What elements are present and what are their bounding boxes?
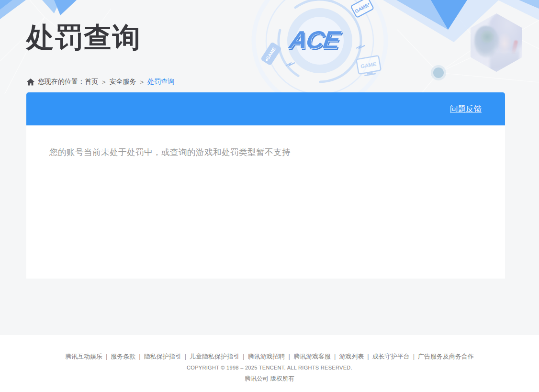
- character-hexagon-art: [471, 13, 522, 72]
- footer-link-separator: |: [289, 353, 290, 360]
- footer-links: 腾讯互动娱乐|服务条款|隐私保护指引|儿童隐私保护指引|腾讯游戏招聘|腾讯游戏客…: [0, 335, 539, 361]
- breadcrumb-item-punishment-query[interactable]: 处罚查询: [147, 78, 174, 86]
- svg-text:GAME: GAME: [265, 46, 277, 61]
- game-monitor-icon: GAME: [356, 56, 382, 77]
- character-mask-core-shape: [481, 31, 494, 43]
- footer-link-separator: |: [139, 353, 140, 360]
- footer-link-separator: |: [185, 353, 186, 360]
- footer-link-separator: |: [106, 353, 107, 360]
- footer-link-separator: |: [243, 353, 244, 360]
- character-face-shape: [497, 33, 512, 55]
- breadcrumb-item-security-service[interactable]: 安全服务: [110, 78, 136, 86]
- breadcrumb-prefix: 您现在的位置：: [38, 78, 85, 86]
- query-result-card: 问题反馈 您的账号当前未处于处罚中，或查询的游戏和处罚类型暂不支持: [26, 92, 505, 279]
- dot-decoration: [431, 65, 446, 80]
- footer-link-separator: |: [413, 353, 415, 360]
- svg-text:GAME: GAME: [354, 2, 370, 14]
- home-icon: [27, 78, 34, 86]
- footer-link-separator: |: [367, 353, 369, 360]
- footer-link[interactable]: 服务条款: [111, 353, 135, 360]
- footer-link[interactable]: 游戏列表: [339, 353, 364, 360]
- footer: 腾讯互动娱乐|服务条款|隐私保护指引|儿童隐私保护指引|腾讯游戏招聘|腾讯游戏客…: [0, 335, 539, 392]
- game-phone-outline-icon: GAME: [351, 0, 374, 18]
- footer-link[interactable]: 腾讯游戏招聘: [248, 353, 285, 360]
- game-phone-filled-icon: GAME: [260, 42, 282, 66]
- ace-logo-shadow-text: ACE: [288, 27, 344, 55]
- footer-link[interactable]: 成长守护平台: [372, 353, 410, 360]
- footer-company: 腾讯公司 版权所有: [0, 375, 539, 383]
- breadcrumb-separator: >: [140, 78, 144, 86]
- footer-link[interactable]: 隐私保护指引: [144, 353, 181, 360]
- punishment-query-page: { "page": { "title": "处罚查询" }, "hero": {…: [0, 0, 539, 392]
- footer-link[interactable]: 广告服务及商务合作: [418, 353, 474, 360]
- empty-result-message: 您的账号当前未处于处罚中，或查询的游戏和处罚类型暂不支持: [49, 146, 482, 158]
- triangle-decoration-left: [0, 0, 77, 19]
- svg-text:GAME: GAME: [360, 61, 377, 69]
- feedback-link[interactable]: 问题反馈: [450, 104, 482, 114]
- footer-link-separator: |: [334, 353, 336, 360]
- ace-logo-text: ACE: [286, 26, 343, 54]
- breadcrumb-separator: >: [102, 78, 106, 86]
- breadcrumb: 您现在的位置： 首页 > 安全服务 > 处罚查询: [27, 78, 174, 86]
- footer-link[interactable]: 儿童隐私保护指引: [190, 353, 239, 360]
- card-banner: 问题反馈: [26, 92, 505, 125]
- card-body: 您的账号当前未处于处罚中，或查询的游戏和处罚类型暂不支持: [26, 125, 505, 279]
- lightning-icon: [286, 45, 365, 66]
- footer-link[interactable]: 腾讯游戏客服: [293, 353, 331, 360]
- page-title: 处罚查询: [26, 19, 141, 56]
- footer-copyright: COPYRIGHT © 1998 – 2025 TENCENT. ALL RIG…: [0, 365, 539, 370]
- ace-logo: ACE ACE: [254, 0, 386, 101]
- breadcrumb-item-home[interactable]: 首页: [85, 78, 98, 86]
- footer-link[interactable]: 腾讯互动娱乐: [65, 353, 102, 360]
